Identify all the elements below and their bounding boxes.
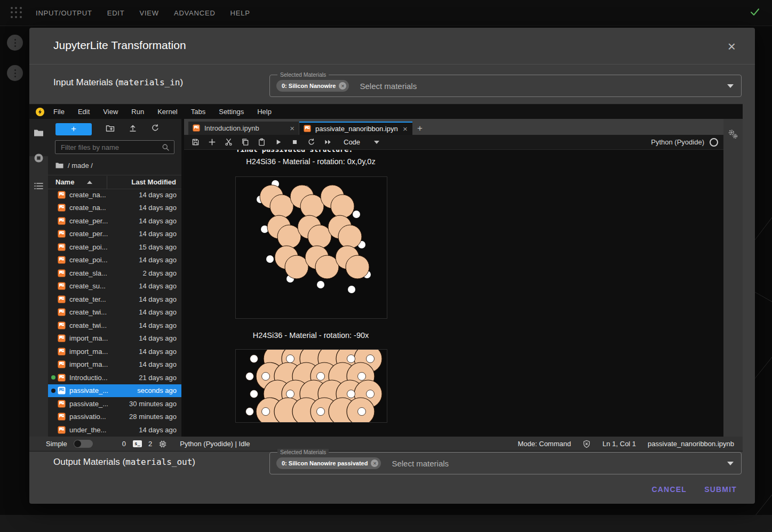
table-of-contents-tab-icon[interactable] — [34, 182, 44, 192]
save-icon[interactable] — [192, 138, 200, 146]
file-row[interactable]: create_na... 14 days ago — [48, 201, 181, 215]
file-row[interactable]: create_twi... 14 days ago — [48, 306, 181, 319]
file-row[interactable]: create_poi... 15 days ago — [48, 240, 181, 254]
dropdown-caret-icon[interactable] — [727, 462, 734, 465]
restart-run-all-icon[interactable] — [324, 138, 332, 146]
column-header-name[interactable]: Name — [48, 178, 107, 186]
output-text: final passivated structure: — [236, 150, 353, 154]
paste-cells-icon[interactable] — [258, 138, 266, 146]
terminal-count[interactable]: 0 — [122, 440, 126, 448]
add-cell-icon[interactable] — [208, 138, 216, 146]
app-top-bar: INPUT/OUTPUT EDIT VIEW ADVANCED HELP — [0, 0, 772, 26]
jl-menu-file[interactable]: File — [53, 108, 65, 116]
kernel-dot — [51, 192, 55, 197]
mode-indicator[interactable]: Mode: Command — [518, 440, 571, 448]
kernel-name[interactable]: Python (Pyodide) — [651, 138, 704, 146]
file-modified: 14 days ago — [139, 230, 177, 238]
upload-icon[interactable] — [129, 124, 137, 134]
cancel-button[interactable]: CANCEL — [648, 480, 690, 499]
menu-help[interactable]: HELP — [230, 9, 250, 17]
input-selected-materials-field[interactable]: Selected Materials 0: Silicon Nanowire ×… — [269, 75, 742, 97]
property-inspector-gears-icon[interactable] — [727, 128, 739, 142]
menu-advanced[interactable]: ADVANCED — [174, 9, 216, 17]
material-chip[interactable]: 0: Silicon Nanowire × — [276, 80, 349, 92]
restart-kernel-icon[interactable] — [307, 138, 315, 146]
output-selected-materials-field[interactable]: Selected Materials 0: Silicon Nanowire p… — [269, 452, 742, 474]
kernel-dot — [51, 323, 55, 327]
file-browser-tab-icon[interactable] — [34, 128, 44, 139]
file-row[interactable]: import_ma... 14 days ago — [48, 345, 181, 358]
jl-menu-view[interactable]: View — [103, 108, 118, 116]
cursor-position[interactable]: Ln 1, Col 1 — [602, 440, 636, 448]
select-materials-placeholder[interactable]: Select materials — [360, 82, 727, 91]
refresh-icon[interactable] — [151, 124, 160, 134]
kernel-status-text[interactable]: Python (Pyodide) | Idle — [180, 440, 250, 448]
jl-menu-run[interactable]: Run — [131, 108, 144, 116]
cut-cells-icon[interactable] — [225, 138, 233, 146]
run-cell-icon[interactable] — [274, 138, 282, 146]
notebook-icon — [58, 256, 66, 264]
file-row[interactable]: under_the... 14 days ago — [48, 423, 181, 437]
kernel-status-icon[interactable] — [710, 138, 718, 147]
file-row[interactable]: Introductio... 21 days ago — [48, 371, 181, 384]
file-row[interactable]: create_per... 14 days ago — [48, 228, 181, 241]
file-row[interactable]: create_poi... 14 days ago — [48, 254, 181, 267]
file-row[interactable]: import_ma... 14 days ago — [48, 358, 181, 372]
file-row[interactable]: import_ma... 14 days ago — [48, 332, 181, 345]
trust-shield-icon[interactable] — [583, 440, 591, 448]
kernel-count[interactable]: 2 — [148, 440, 152, 448]
tab-introduction[interactable]: Introduction.ipynb × — [188, 122, 299, 135]
menu-input-output[interactable]: INPUT/OUTPUT — [36, 9, 92, 17]
notebook-icon — [58, 230, 66, 238]
file-row[interactable]: create_su... 14 days ago — [48, 280, 181, 293]
file-name: create_twi... — [69, 308, 139, 316]
file-row[interactable]: passivate_... 30 minutes ago — [48, 397, 181, 410]
menu-edit[interactable]: EDIT — [107, 9, 125, 17]
app-grid-icon[interactable] — [11, 7, 22, 19]
kernel-dot — [51, 362, 55, 367]
notebook-icon — [58, 321, 66, 329]
breadcrumb[interactable]: / made / — [55, 162, 93, 170]
filter-files-input[interactable] — [55, 143, 162, 151]
new-folder-icon[interactable] — [106, 124, 115, 134]
notebook-icon — [58, 282, 66, 290]
copy-cells-icon[interactable] — [241, 138, 249, 146]
file-row[interactable]: create_na... 14 days ago — [48, 188, 181, 201]
kernel-dot — [51, 271, 55, 275]
chip-remove-icon[interactable]: × — [339, 82, 346, 90]
notebook-icon — [58, 308, 66, 316]
jl-menu-kernel[interactable]: Kernel — [157, 108, 178, 116]
new-launcher-button[interactable]: + — [55, 123, 92, 135]
cell-type-select[interactable]: Code — [344, 138, 379, 146]
file-row[interactable]: passivate_... seconds ago — [48, 384, 181, 398]
submit-button[interactable]: SUBMIT — [701, 480, 740, 499]
new-tab-icon[interactable]: + — [413, 122, 427, 135]
file-row[interactable]: create_twi... 14 days ago — [48, 319, 181, 332]
select-materials-placeholder[interactable]: Select materials — [392, 459, 727, 468]
jl-menu-edit[interactable]: Edit — [78, 108, 90, 116]
file-row[interactable]: create_per... 14 days ago — [48, 214, 181, 228]
close-icon[interactable]: × — [728, 39, 736, 53]
kernel-dot — [51, 258, 55, 262]
tab-close-icon[interactable]: × — [290, 124, 295, 132]
file-row[interactable]: create_ter... 14 days ago — [48, 293, 181, 306]
dropdown-caret-icon[interactable] — [727, 84, 734, 88]
running-sessions-tab-icon[interactable] — [34, 153, 44, 165]
jl-menu-settings[interactable]: Settings — [219, 108, 244, 116]
simple-mode-toggle[interactable] — [74, 440, 93, 448]
tab-passivate-nanoribbon[interactable]: passivate_nanoribbon.ipynb × — [299, 122, 412, 135]
column-header-last-modified[interactable]: Last Modified — [107, 176, 181, 189]
tab-close-icon[interactable]: × — [403, 125, 408, 133]
jl-menu-tabs[interactable]: Tabs — [191, 108, 205, 116]
file-name: under_the... — [69, 426, 139, 434]
file-modified: 14 days ago — [139, 256, 177, 264]
file-row[interactable]: passivatio... 28 minutes ago — [48, 410, 181, 424]
file-row[interactable]: create_sla... 2 days ago — [48, 267, 181, 280]
material-chip[interactable]: 0: Silicon Nanowire passivated × — [276, 457, 381, 469]
menu-view[interactable]: VIEW — [139, 9, 158, 17]
filter-files-field[interactable] — [55, 140, 174, 154]
stop-kernel-icon[interactable] — [291, 138, 299, 146]
jl-menu-help[interactable]: Help — [257, 108, 272, 116]
notebook-output[interactable]: final passivated structure: H24Si36 - Ma… — [184, 150, 723, 437]
chip-remove-icon[interactable]: × — [371, 460, 378, 467]
